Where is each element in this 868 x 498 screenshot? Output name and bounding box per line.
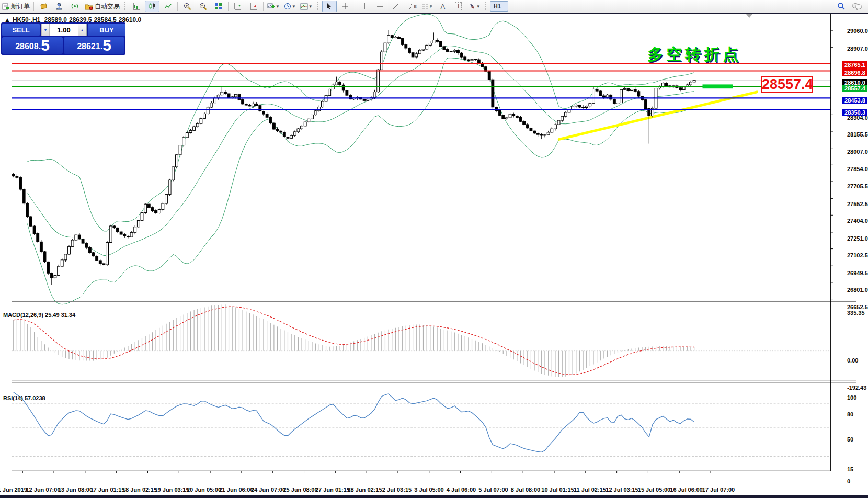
fibonacci-tool-button[interactable]: F <box>420 1 435 12</box>
profile-icon <box>55 3 63 10</box>
label-tool-button[interactable]: T <box>451 1 466 12</box>
tile-windows-icon <box>215 3 222 10</box>
text-tool-button[interactable]: A <box>436 1 450 12</box>
chart-down-marker-icon <box>250 3 257 10</box>
auto-trading-icon <box>85 3 93 10</box>
candlestick-chart-button[interactable] <box>145 1 159 12</box>
crosshair-icon <box>341 3 349 10</box>
arrange-buy-button[interactable] <box>231 1 245 12</box>
buy-price-pip: 5 <box>102 38 111 53</box>
arrange-sell-button[interactable] <box>246 1 261 12</box>
new-order-label: 新订单 <box>11 2 30 11</box>
volume-down-button[interactable]: ▼ <box>41 24 50 36</box>
tile-windows-button[interactable] <box>211 1 226 12</box>
bar-chart-button[interactable] <box>129 1 144 12</box>
new-order-button[interactable]: 新订单 <box>1 1 31 12</box>
trendline-object[interactable] <box>559 92 757 139</box>
toolbar-right <box>833 1 865 12</box>
hline-tool-button[interactable] <box>373 1 387 12</box>
auto-trading-button[interactable]: 自动交易 <box>83 1 121 12</box>
cursor-tool-button[interactable] <box>322 1 337 12</box>
volume-input[interactable] <box>50 24 78 36</box>
bollinger-bands <box>27 14 694 304</box>
auto-trading-label: 自动交易 <box>95 2 120 11</box>
templates-button[interactable]: ▼ <box>299 1 314 12</box>
chat-icon <box>852 3 862 10</box>
drag-handle <box>124 2 127 10</box>
toolbar: 新订单 自动交易 <box>0 0 868 13</box>
fibonacci-icon <box>422 3 430 10</box>
drag-handle <box>485 2 487 10</box>
clock-icon <box>284 3 291 10</box>
one-click-trade-panel: SELL ▼ ▲ BUY 28608.5 28621.5 <box>1 22 125 55</box>
crosshair-tool-button[interactable] <box>338 1 352 12</box>
channel-tool-button[interactable]: E <box>404 1 419 12</box>
dropdown-caret-icon: ▼ <box>309 4 313 9</box>
candlestick-chart-icon <box>149 3 156 10</box>
volume-stepper: ▼ ▲ <box>41 24 87 36</box>
dropdown-caret-icon: ▼ <box>476 4 481 9</box>
separator <box>355 2 355 11</box>
text-tool-letter: A <box>440 3 445 10</box>
arrows-icon <box>469 3 476 10</box>
equidistant-channel-icon <box>406 3 414 10</box>
separator <box>228 2 229 11</box>
separator <box>263 2 264 11</box>
candlesticks <box>12 30 695 285</box>
chart-up-marker-icon <box>234 3 242 10</box>
template-icon <box>300 3 308 10</box>
trendline-icon <box>392 3 399 10</box>
horizontal-line-icon <box>376 4 384 9</box>
zoom-in-button[interactable] <box>180 1 195 12</box>
signals-button[interactable] <box>67 1 82 12</box>
buy-price[interactable]: 28621.5 <box>64 37 124 54</box>
gold-ticket-icon <box>40 3 48 10</box>
buy-button[interactable]: BUY <box>88 24 125 36</box>
signal-icon <box>71 3 79 10</box>
chart-area[interactable]: ▲HK50-,H1 28589.028639.528584.528610.0 M… <box>0 14 868 495</box>
drag-handle <box>317 2 319 10</box>
profile-button[interactable] <box>52 1 66 12</box>
search-button[interactable] <box>834 1 849 12</box>
volume-up-button[interactable]: ▲ <box>78 24 86 36</box>
period-button[interactable]: ▼ <box>282 1 298 12</box>
rsi-pane <box>12 392 831 457</box>
buy-price-main: 28621 <box>77 40 100 53</box>
new-chart-button[interactable]: ▼ <box>266 1 281 12</box>
window-frame-bottom <box>0 495 868 498</box>
dropdown-caret-icon: ▼ <box>276 4 280 9</box>
label-tool-letter: T <box>455 2 462 10</box>
trendline-tool-button[interactable] <box>389 1 403 12</box>
rsi-line <box>14 392 694 452</box>
order-ticket-icon <box>2 3 9 10</box>
dropdown-caret-icon: ▼ <box>292 4 296 9</box>
new-chart-icon <box>267 3 275 10</box>
arrows-tool-button[interactable]: ▼ <box>467 1 482 12</box>
bar-chart-icon <box>133 3 140 10</box>
sell-price-main: 28608 <box>15 40 39 53</box>
vline-tool-button[interactable] <box>357 1 372 12</box>
zoom-out-button[interactable] <box>196 1 210 12</box>
cursor-icon <box>326 3 333 10</box>
mt4-window: 新订单 自动交易 <box>0 0 868 498</box>
zoom-out-icon <box>199 3 207 10</box>
order-book-button[interactable] <box>36 1 51 12</box>
macd-pane <box>12 304 831 377</box>
search-icon <box>837 2 846 10</box>
vertical-line-icon <box>362 3 367 10</box>
separator <box>177 2 178 11</box>
price-chart-svg[interactable] <box>0 14 868 495</box>
sell-button[interactable]: SELL <box>2 24 40 36</box>
macd-signal-line <box>14 307 694 375</box>
sell-price-pip: 5 <box>41 38 50 53</box>
fibo-letter: F <box>430 4 432 9</box>
highlight-zone[interactable] <box>702 84 733 88</box>
zoom-in-icon <box>184 3 191 10</box>
sell-price[interactable]: 28608.5 <box>2 37 63 54</box>
line-chart-icon <box>164 3 172 10</box>
channel-letter: E <box>414 4 417 9</box>
line-chart-button[interactable] <box>161 1 175 12</box>
chat-button[interactable] <box>850 1 864 12</box>
timeframe-h1[interactable]: H1 <box>490 1 508 12</box>
separator <box>33 2 34 11</box>
